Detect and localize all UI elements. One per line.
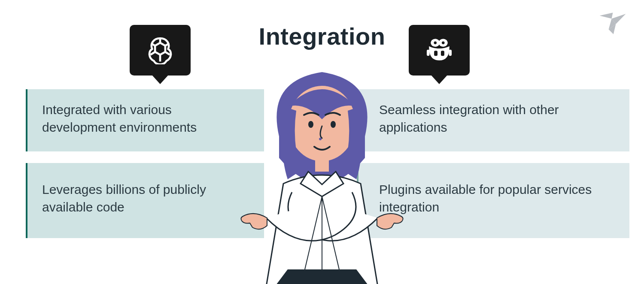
diagram-stage: Integration: [0, 0, 644, 284]
openai-knot-icon: [146, 36, 174, 64]
openai-bubble: [130, 25, 191, 76]
svg-point-19: [308, 121, 313, 128]
freelancer-bird-icon: [597, 12, 628, 36]
svg-point-21: [319, 138, 322, 140]
svg-rect-14: [434, 51, 437, 56]
svg-rect-15: [441, 51, 444, 56]
svg-point-20: [331, 121, 336, 128]
svg-line-6: [165, 52, 170, 55]
svg-line-8: [151, 52, 155, 55]
page-title: Integration: [0, 22, 644, 50]
svg-point-12: [434, 42, 437, 45]
person-illustration: [215, 55, 429, 284]
svg-point-13: [442, 42, 445, 45]
svg-marker-0: [600, 12, 613, 18]
svg-rect-22: [315, 157, 329, 172]
svg-rect-17: [449, 50, 452, 56]
